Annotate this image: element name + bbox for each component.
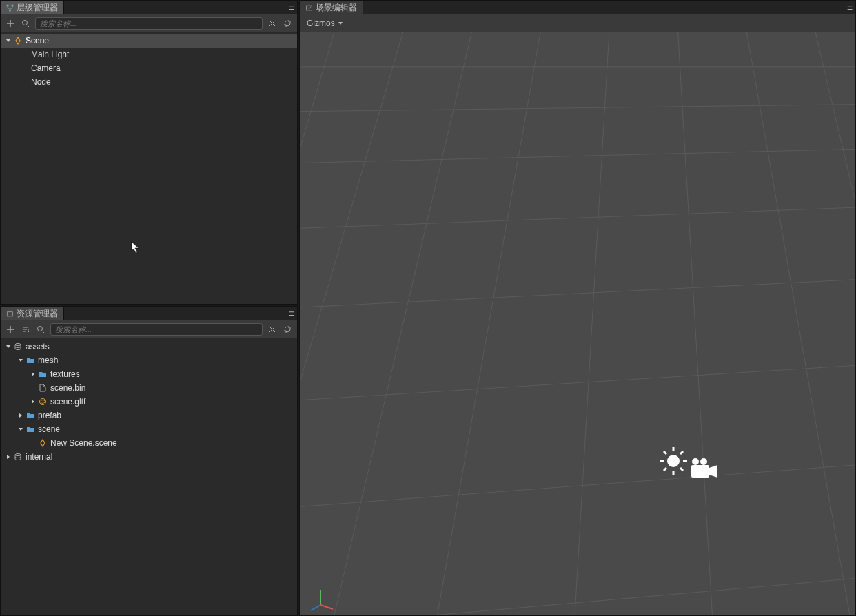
hierarchy-panel: 层级管理器 ≡ Scene Main Light Camera Node: [0, 0, 298, 305]
scene-editor-icon: [305, 4, 313, 12]
hierarchy-menu-button[interactable]: ≡: [289, 1, 294, 14]
svg-point-5: [38, 327, 43, 331]
expand-arrow-icon[interactable]: [5, 343, 12, 350]
asset-item-new-scene[interactable]: New Scene.scene: [1, 436, 297, 450]
svg-rect-10: [300, 32, 855, 615]
node-label: Node: [31, 77, 51, 87]
folder-icon: [38, 369, 48, 379]
scene-viewport[interactable]: [300, 32, 855, 615]
asset-item-scene-gltf[interactable]: scene.gltf: [1, 395, 297, 409]
svg-line-42: [311, 605, 320, 610]
camera-gizmo-icon[interactable]: [691, 458, 717, 478]
add-asset-button[interactable]: [5, 324, 16, 335]
search-asset-icon[interactable]: [35, 324, 46, 335]
assets-menu-button[interactable]: ≡: [289, 307, 294, 320]
hierarchy-tab[interactable]: 层级管理器: [1, 1, 64, 14]
scene-icon: [13, 36, 23, 45]
internal-label: internal: [26, 452, 52, 462]
prefab-label: prefab: [38, 411, 61, 420]
svg-rect-1: [12, 4, 14, 6]
tree-item-main-light[interactable]: Main Light: [1, 48, 297, 61]
assets-tab[interactable]: 资源管理器: [1, 307, 64, 320]
svg-point-28: [667, 455, 680, 467]
svg-line-41: [320, 605, 333, 609]
expand-button[interactable]: [267, 324, 278, 335]
assets-tree: assets mesh textures scene.bin scene.glt…: [1, 338, 297, 465]
svg-rect-2: [9, 9, 11, 11]
hierarchy-icon: [6, 4, 14, 12]
spacer: [30, 384, 37, 391]
scene-editor-tab-label: 场景编辑器: [316, 2, 357, 14]
scene-label: Scene: [26, 36, 49, 45]
expand-arrow-icon[interactable]: [5, 37, 12, 44]
collapse-button[interactable]: [267, 18, 278, 29]
asset-item-prefab[interactable]: prefab: [1, 409, 297, 422]
svg-rect-4: [7, 311, 12, 316]
assets-tab-bar: 资源管理器 ≡: [1, 307, 297, 320]
assets-search-input[interactable]: [50, 323, 263, 336]
expand-arrow-icon[interactable]: [17, 357, 24, 364]
folder-icon: [26, 411, 35, 420]
svg-line-34: [680, 468, 683, 471]
refresh-button[interactable]: [282, 18, 293, 29]
assets-toolbar: [1, 320, 297, 338]
gizmos-dropdown[interactable]: Gizmos: [307, 19, 343, 28]
svg-line-35: [664, 468, 666, 471]
assets-panel: 资源管理器 ≡ assets mesh textures scene: [0, 306, 298, 616]
scene-editor-tab[interactable]: 场景编辑器: [300, 1, 363, 14]
tree-item-node[interactable]: Node: [1, 75, 297, 89]
hierarchy-tab-bar: 层级管理器 ≡: [1, 1, 297, 14]
light-gizmo-icon[interactable]: [660, 447, 687, 475]
assets-root-label: assets: [26, 342, 50, 351]
svg-rect-0: [7, 4, 9, 6]
scene-tab-bar: 场景编辑器 ≡: [300, 1, 855, 14]
search-icon[interactable]: [20, 18, 31, 29]
assets-tab-label: 资源管理器: [17, 308, 58, 320]
scene-editor-panel: 场景编辑器 ≡ Gizmos: [299, 0, 856, 616]
asset-item-textures[interactable]: textures: [1, 367, 297, 381]
file-icon: [38, 383, 48, 393]
svg-line-36: [680, 451, 683, 454]
collapsed-arrow-icon[interactable]: [30, 371, 37, 378]
gltf-icon: [38, 397, 48, 407]
assets-icon: [6, 310, 14, 318]
svg-point-39: [700, 458, 707, 465]
asset-item-mesh[interactable]: mesh: [1, 353, 297, 367]
svg-point-6: [15, 344, 21, 346]
folder-icon: [26, 356, 35, 365]
sort-button[interactable]: [20, 324, 31, 335]
mesh-label: mesh: [38, 356, 58, 365]
chevron-down-icon: [338, 21, 343, 26]
collapsed-arrow-icon[interactable]: [5, 453, 12, 460]
add-button[interactable]: [5, 18, 16, 29]
tree-item-scene[interactable]: Scene: [1, 34, 297, 48]
camera-label: Camera: [31, 63, 61, 73]
hierarchy-search-input[interactable]: [35, 17, 263, 30]
main-light-label: Main Light: [31, 50, 69, 59]
refresh-assets-button[interactable]: [282, 324, 293, 335]
scene-file-icon: [38, 438, 48, 448]
cursor-icon: [131, 241, 141, 254]
gizmos-label-text: Gizmos: [307, 19, 335, 28]
new-scene-label: New Scene.scene: [50, 438, 117, 448]
database-icon: [13, 452, 23, 462]
svg-point-8: [15, 454, 21, 456]
svg-point-38: [692, 458, 699, 465]
svg-line-33: [664, 451, 666, 454]
axis-gizmo: [307, 584, 334, 612]
svg-rect-37: [691, 465, 709, 478]
textures-label: textures: [50, 369, 80, 379]
tree-item-camera[interactable]: Camera: [1, 61, 297, 75]
hierarchy-toolbar: [1, 14, 297, 32]
asset-item-scene-bin[interactable]: scene.bin: [1, 381, 297, 395]
database-icon: [13, 342, 23, 351]
collapsed-arrow-icon[interactable]: [30, 398, 37, 405]
asset-item-assets[interactable]: assets: [1, 340, 297, 353]
collapsed-arrow-icon[interactable]: [17, 412, 24, 419]
svg-point-7: [40, 399, 46, 405]
asset-item-scene-folder[interactable]: scene: [1, 422, 297, 436]
asset-item-internal[interactable]: internal: [1, 450, 297, 464]
gizmos-toolbar: Gizmos: [300, 14, 855, 32]
scene-menu-button[interactable]: ≡: [847, 1, 853, 14]
expand-arrow-icon[interactable]: [17, 426, 24, 433]
